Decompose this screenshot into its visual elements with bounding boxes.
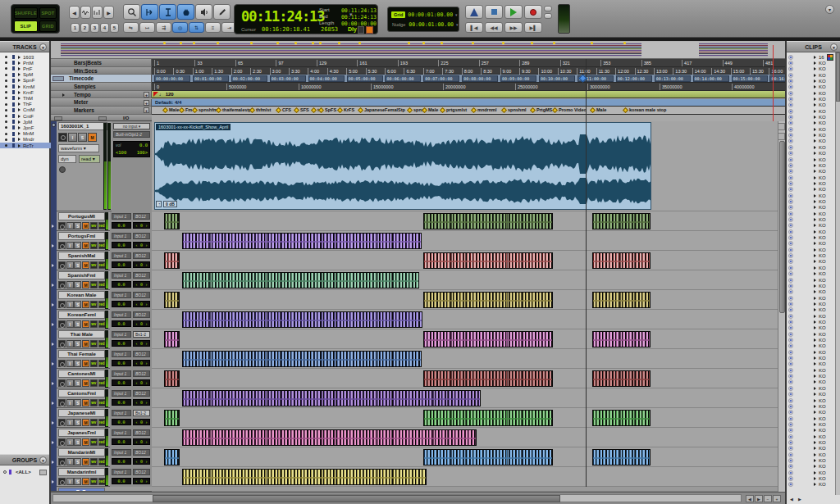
audio-clip-segment[interactable]: [182, 311, 422, 328]
clip-arrow-icon[interactable]: [814, 356, 816, 360]
wv-button[interactable]: wv: [90, 379, 98, 387]
io-pan-value[interactable]: ‹ 0 ›: [133, 222, 150, 229]
marker-japanesefemalstp[interactable]: JapaneseFemalStp: [358, 107, 405, 112]
m-button[interactable]: M: [82, 438, 89, 446]
clip-list-item[interactable]: KO: [787, 397, 840, 403]
track-lane-JapaneseMl[interactable]: [152, 408, 785, 428]
i-button[interactable]: I: [66, 320, 74, 328]
clip-list-item[interactable]: KO: [787, 241, 840, 247]
clip-list-item[interactable]: KO: [787, 313, 840, 319]
clip-arrow-icon[interactable]: [814, 146, 816, 149]
s-button[interactable]: S: [74, 301, 81, 308]
i-button[interactable]: I: [66, 458, 74, 465]
clip-list-item[interactable]: KO: [787, 289, 840, 295]
track-expand-icon[interactable]: [52, 461, 54, 464]
m-button[interactable]: M: [82, 320, 89, 328]
clip-arrow-icon[interactable]: [814, 459, 816, 462]
io-input-tag[interactable]: Input 1: [112, 213, 131, 220]
mini-down-button[interactable]: [544, 13, 552, 19]
toolbar-options-dropdown-icon[interactable]: ▾: [825, 5, 834, 14]
universe-overview[interactable]: [51, 41, 785, 59]
clip-list-item[interactable]: KO: [787, 307, 840, 313]
s-button[interactable]: S: [74, 281, 81, 288]
audio-clip-segment[interactable]: [592, 410, 651, 426]
i-button[interactable]: I: [66, 281, 74, 288]
rec-button[interactable]: [58, 438, 66, 446]
clip-arrow-icon[interactable]: [814, 423, 816, 426]
track-expand-icon[interactable]: [52, 225, 54, 228]
clip-list-item[interactable]: KO: [787, 211, 840, 216]
track-arm-strip[interactable]: [51, 251, 57, 270]
clip-list-item[interactable]: KO: [787, 434, 840, 439]
io-vol-value[interactable]: 0.0: [112, 261, 131, 268]
clip-arrow-icon[interactable]: [814, 429, 816, 432]
track-name-CantonsFml[interactable]: CantonsFml: [58, 389, 105, 397]
io-output-tag[interactable]: BO12: [133, 213, 150, 220]
ruler-label-meter[interactable]: Meter+: [51, 99, 152, 107]
clip-list-item[interactable]: KO: [787, 379, 840, 385]
io-pan-value[interactable]: ‹ 0 ›: [133, 242, 150, 248]
sidebar-track-item-CntM[interactable]: CntM: [0, 107, 51, 113]
i-button[interactable]: I: [66, 419, 74, 426]
track-lane-PortugusMl[interactable]: [152, 211, 785, 231]
clip-list-item[interactable]: KO: [787, 78, 840, 84]
ruler-label-minsec[interactable]: Min:Secs: [51, 67, 152, 75]
play-button[interactable]: [504, 5, 523, 19]
track-arm-strip[interactable]: [51, 329, 57, 349]
clip-arrow-icon[interactable]: [814, 447, 816, 450]
zoom-in-arrow-button[interactable]: ▶: [103, 6, 114, 19]
audio-clip-segment[interactable]: [423, 410, 553, 426]
i-button[interactable]: I: [66, 478, 74, 485]
clip-list-item[interactable]: KO: [787, 283, 840, 288]
scroll-left-button[interactable]: ◀: [746, 495, 754, 502]
track-expand-icon[interactable]: [52, 343, 54, 346]
tracks-panel-header[interactable]: TRACKS ▾: [0, 41, 49, 52]
io-pan-value[interactable]: ‹ 0 ›: [133, 360, 150, 366]
io-input-tag[interactable]: Input 1: [112, 311, 131, 318]
clip-list-item[interactable]: KO: [787, 319, 840, 325]
grid-value-badge[interactable]: Grid: [391, 11, 405, 18]
rec-button[interactable]: [58, 478, 66, 485]
trim-tool-icon[interactable]: [141, 4, 158, 20]
clip-arrow-icon[interactable]: [814, 98, 816, 101]
pan-right-value[interactable]: 100>: [137, 150, 148, 155]
io-vol-value[interactable]: 0.0: [112, 340, 131, 347]
view-selector-waveform[interactable]: waveform ▾: [58, 144, 99, 152]
wv-button[interactable]: wv: [90, 261, 98, 269]
track-name-Thai-Female[interactable]: Thai Female: [58, 350, 105, 358]
clip-arrow-icon[interactable]: [814, 85, 816, 89]
clip-arrow-icon[interactable]: [814, 471, 816, 474]
clip-list-item[interactable]: KO: [787, 301, 840, 306]
clip-arrow-icon[interactable]: [814, 393, 816, 396]
i-button[interactable]: I: [68, 133, 77, 142]
mini-up-button[interactable]: [544, 6, 552, 11]
clip-arrow-icon[interactable]: [814, 380, 816, 384]
clip-list-item[interactable]: KO: [787, 126, 840, 132]
s-button[interactable]: S: [74, 340, 81, 347]
clip-arrow-icon[interactable]: [814, 260, 816, 263]
clip-list-item[interactable]: KO: [787, 349, 840, 355]
io-input-tag[interactable]: Input 1: [112, 233, 131, 239]
s-button[interactable]: S: [74, 222, 81, 229]
clip-list-item[interactable]: KO: [787, 421, 840, 427]
io-vol-value[interactable]: 0.0: [112, 478, 131, 484]
record-enable-button[interactable]: [58, 133, 67, 142]
clip-list-item[interactable]: KO: [787, 90, 840, 96]
marker-male[interactable]: Male: [591, 107, 606, 112]
clip-list-item[interactable]: KO: [787, 476, 840, 482]
m-button[interactable]: M: [82, 222, 89, 229]
track-name-Thai-Male[interactable]: Thai Male: [58, 330, 105, 338]
sidebar-track-item-RcTr[interactable]: RcTr: [0, 143, 51, 148]
track-gear-icon[interactable]: [59, 166, 66, 173]
track-expand-icon[interactable]: [52, 303, 54, 306]
io-input-tag[interactable]: Input 1: [112, 292, 131, 298]
clip-list-item[interactable]: KO: [787, 235, 840, 241]
audio-zoom-icon[interactable]: [80, 6, 91, 19]
track-lane-JapanesFml[interactable]: [152, 428, 785, 447]
io-output-tag[interactable]: Bs1-2: [133, 331, 150, 338]
zoom-preset-3[interactable]: 3: [90, 23, 99, 33]
sidebar-track-item-PrtM[interactable]: PrtM: [0, 60, 51, 66]
rec-button[interactable]: [58, 379, 66, 387]
io-vol-value[interactable]: 0.0: [112, 399, 131, 406]
clip-list-item[interactable]: KO: [787, 343, 840, 349]
